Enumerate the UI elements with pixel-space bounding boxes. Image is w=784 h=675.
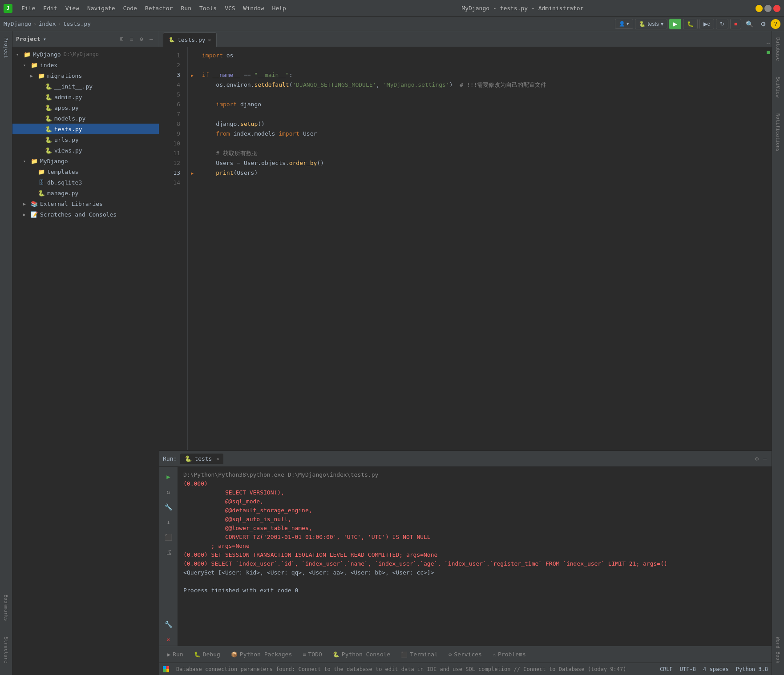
- tree-views-py[interactable]: 🐍 views.py: [12, 145, 159, 156]
- status-encoding[interactable]: UTF-8: [680, 666, 696, 672]
- debug-button[interactable]: 🐛: [683, 19, 698, 29]
- tree-scratches[interactable]: ▶ 📝 Scratches and Consoles: [12, 209, 159, 220]
- term-line-1: (0.000): [183, 479, 766, 488]
- tree-external-libs[interactable]: ▶ 📚 External Libraries: [12, 198, 159, 209]
- bottom-settings-icon[interactable]: ⚙: [754, 454, 760, 463]
- menu-code[interactable]: Code: [120, 4, 141, 13]
- tree-urls-py[interactable]: 🐍 urls.py: [12, 134, 159, 145]
- panel-collapse-icon[interactable]: ≡: [128, 35, 136, 43]
- code-editor[interactable]: import os if __name__ == "__main__": os.…: [197, 47, 765, 450]
- tab-terminal[interactable]: ⬛ Terminal: [396, 649, 442, 659]
- avatar-button[interactable]: 👤 ▾: [615, 19, 633, 29]
- folder-icon-migrations: 📁: [37, 72, 45, 79]
- menu-window[interactable]: Window: [240, 4, 268, 13]
- term-line-6: @@lower_case_table_names,: [183, 524, 766, 533]
- tree-db-sqlite3[interactable]: 🗄 db.sqlite3: [12, 177, 159, 188]
- tab-todo-label: TODO: [308, 651, 322, 658]
- sciview-panel-toggle[interactable]: SciView: [774, 74, 782, 100]
- tree-apps-py[interactable]: 🐍 apps.py: [12, 102, 159, 113]
- terminal-output[interactable]: D:\Python\Python38\python.exe D:\MyDjang…: [178, 467, 772, 646]
- breadcrumb-module[interactable]: index: [38, 20, 56, 27]
- status-message[interactable]: Database connection parameters found: Co…: [176, 666, 653, 672]
- menu-tools[interactable]: Tools: [196, 4, 220, 13]
- code-line-4: os.environ.setdefault('DJANGO_SETTINGS_M…: [202, 80, 760, 90]
- menu-refactor[interactable]: Refactor: [141, 4, 177, 13]
- run-clear-icon[interactable]: ✕: [162, 633, 175, 646]
- run-tools-icon[interactable]: 🔧: [162, 501, 175, 513]
- tab-debug[interactable]: 🐛 Debug: [190, 649, 225, 659]
- bookmarks-icon[interactable]: Bookmarks: [2, 592, 10, 624]
- tree-arrow-external: ▶: [23, 201, 30, 206]
- tree-templates[interactable]: 📁 templates: [12, 166, 159, 177]
- status-indent[interactable]: 4 spaces: [703, 666, 729, 672]
- tab-todo[interactable]: ≡ TODO: [298, 649, 327, 659]
- run-play-icon[interactable]: ▶: [162, 470, 175, 483]
- breadcrumb-file[interactable]: tests.py: [63, 20, 91, 27]
- term-line-13: Process finished with exit code 0: [183, 586, 766, 595]
- tree-label-migrations: migrations: [47, 72, 82, 79]
- tab-python-console[interactable]: 🐍 Python Console: [328, 649, 395, 659]
- run-more-icon[interactable]: 🔧: [162, 618, 175, 631]
- panel-layout-icon[interactable]: ⊞: [118, 35, 126, 43]
- menu-bar[interactable]: File Edit View Navigate Code Refactor Ru…: [18, 4, 290, 13]
- status-python-version[interactable]: Python 3.8: [736, 666, 768, 672]
- tree-init-py[interactable]: 🐍 __init__.py: [12, 81, 159, 92]
- panel-close-icon[interactable]: —: [147, 35, 155, 43]
- tab-run[interactable]: ▶ Run: [163, 649, 188, 659]
- tab-close-icon[interactable]: ✕: [208, 37, 211, 42]
- tree-mydjango-sub[interactable]: ▾ 📁 MyDjango: [12, 156, 159, 166]
- breadcrumb-app[interactable]: MyDjango: [4, 20, 32, 27]
- tab-python-packages[interactable]: 📦 Python Packages: [226, 649, 296, 659]
- menu-help[interactable]: Help: [269, 4, 290, 13]
- run-coverage-button[interactable]: ▶c: [699, 19, 714, 29]
- word-book-panel-toggle[interactable]: Word Book: [774, 634, 782, 666]
- database-panel-toggle[interactable]: Database: [774, 35, 782, 64]
- run-button[interactable]: ▶: [669, 19, 681, 29]
- run-soft-wrap-icon[interactable]: ⬛: [162, 531, 175, 543]
- tree-admin-py[interactable]: 🐍 admin.py: [12, 92, 159, 102]
- run-config-button[interactable]: 🐍 tests ▾: [635, 19, 667, 29]
- services-strip-icon: ⚙: [449, 651, 452, 658]
- menu-vcs[interactable]: VCS: [221, 4, 238, 13]
- status-crlf[interactable]: CRLF: [660, 666, 673, 672]
- right-sidebar: Database SciView Notifications Word Book: [772, 31, 784, 675]
- tab-problems[interactable]: ⚠ Problems: [488, 649, 530, 659]
- run-tab[interactable]: 🐍 tests ✕: [180, 454, 223, 464]
- menu-view[interactable]: View: [62, 4, 83, 13]
- structure-icon[interactable]: Structure: [2, 634, 10, 666]
- menu-navigate[interactable]: Navigate: [84, 4, 119, 13]
- tab-services[interactable]: ⚙ Services: [444, 649, 486, 659]
- run-tab-close[interactable]: ✕: [216, 456, 219, 461]
- close-button[interactable]: [773, 5, 780, 12]
- line-3: 3: [166, 70, 184, 80]
- menu-file[interactable]: File: [18, 4, 39, 13]
- editor-tab-tests[interactable]: 🐍 tests.py ✕: [163, 32, 217, 47]
- bottom-minimize-icon[interactable]: —: [762, 454, 768, 463]
- run-rerun-icon[interactable]: ↻: [162, 486, 175, 498]
- tree-root[interactable]: ▾ 📁 MyDjango D:\MyDjango: [12, 49, 159, 60]
- notifications-panel-toggle[interactable]: Notifications: [774, 111, 782, 154]
- tree-index-folder[interactable]: ▾ 📁 index: [12, 60, 159, 70]
- stop-button[interactable]: ■: [730, 19, 741, 29]
- menu-run[interactable]: Run: [178, 4, 195, 13]
- help-button[interactable]: ?: [771, 19, 780, 29]
- maximize-button[interactable]: [764, 5, 772, 12]
- tree-models-py[interactable]: 🐍 models.py: [12, 113, 159, 124]
- tab-problems-label: Problems: [498, 651, 526, 658]
- refresh-button[interactable]: ↻: [716, 19, 728, 29]
- menu-edit[interactable]: Edit: [40, 4, 61, 13]
- search-everywhere-button[interactable]: 🔍: [743, 19, 756, 29]
- run-scroll-icon[interactable]: ↓: [162, 516, 175, 528]
- project-sidebar-toggle[interactable]: Project: [2, 35, 10, 60]
- panel-settings-icon[interactable]: ⚙: [137, 35, 145, 43]
- settings-button[interactable]: ⚙: [758, 19, 769, 29]
- run-print-icon[interactable]: 🖨: [162, 546, 175, 558]
- crlf-label: CRLF: [660, 666, 673, 672]
- tree-manage-py[interactable]: 🐍 manage.py: [12, 188, 159, 198]
- run-config-name: tests: [647, 21, 659, 27]
- tree-migrations[interactable]: ▶ 📁 migrations: [12, 70, 159, 81]
- status-indicator: [767, 51, 770, 54]
- tree-tests-py[interactable]: 🐍 tests.py: [12, 124, 159, 134]
- tab-packages-label: Python Packages: [240, 651, 292, 658]
- minimize-button[interactable]: [756, 5, 763, 12]
